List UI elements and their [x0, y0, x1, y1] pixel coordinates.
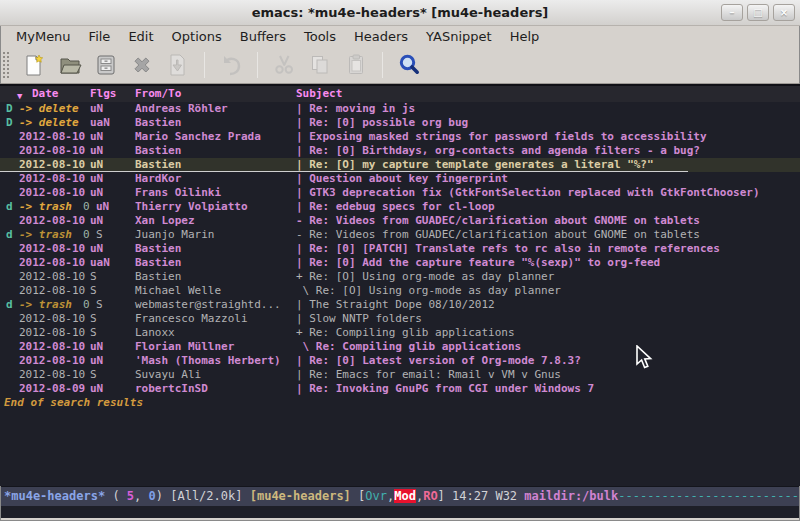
row-from: Bastien — [135, 256, 181, 270]
minimize-button[interactable]: – — [721, 4, 743, 21]
row-date: 2012-08-10 — [19, 340, 85, 354]
row-date: -> trash — [19, 228, 72, 242]
row-thread-count: 0 — [83, 298, 90, 312]
maximize-button[interactable]: □ — [747, 4, 769, 21]
menu-item-mymenu[interactable]: MyMenu — [8, 28, 79, 45]
message-row[interactable]: 2012-08-10uNXan Lopez- Re: Videos from G… — [0, 214, 800, 228]
message-row[interactable]: D-> deleteuaNBastien| Re: [0] possible o… — [0, 116, 800, 130]
row-subject: \ Re: [O] Using org-mode as day planner — [296, 284, 561, 298]
row-mark: D — [6, 116, 13, 130]
close-button[interactable]: × — [773, 4, 795, 21]
row-flags: uN — [90, 382, 103, 396]
modeline-segment: -------------------------- — [618, 489, 800, 503]
modeline-segment: , — [134, 489, 148, 503]
row-subject: | Question about key fingerprint — [296, 172, 508, 186]
message-row[interactable]: d-> trash0SJuanjo Marin- Re: Videos from… — [0, 228, 800, 242]
row-flags: uN — [90, 354, 103, 368]
mu4e-headers-buffer[interactable]: ▼ Date Flgs From/To Subject D-> deleteuN… — [0, 84, 800, 486]
menu-item-options[interactable]: Options — [164, 28, 230, 45]
row-flags: S — [96, 228, 103, 242]
message-row[interactable]: 2012-08-10SBastien+ Re: [O] Using org-mo… — [0, 270, 800, 284]
search-icon[interactable] — [396, 52, 422, 78]
row-from: Mario Sanchez Prada — [135, 130, 261, 144]
row-subject: | Exposing masked strings for password f… — [296, 130, 707, 144]
close-buffer-icon[interactable] — [129, 52, 155, 78]
menu-item-headers[interactable]: Headers — [346, 28, 416, 45]
row-date: 2012-08-10 — [19, 214, 85, 228]
message-row[interactable]: 2012-08-10uNFlorian Müllner \ Re: Compil… — [0, 340, 800, 354]
new-file-icon[interactable] — [21, 52, 47, 78]
title-bar[interactable]: emacs: *mu4e-headers* [mu4e-headers] –□× — [0, 0, 800, 26]
row-subject: - Re: Videos from GUADEC/clarification a… — [296, 228, 700, 242]
row-subject: | Re: [0] Birthdays, org-contacts and ag… — [296, 144, 700, 158]
row-date: 2012-08-10 — [19, 312, 85, 326]
message-row[interactable]: 2012-08-10uNMario Sanchez Prada| Exposin… — [0, 130, 800, 144]
column-subject[interactable]: Subject — [296, 87, 342, 101]
modeline-segment: RO — [423, 489, 437, 503]
column-flags[interactable]: Flgs — [90, 87, 117, 101]
menu-bar: MyMenuFileEditOptionsBuffersToolsHeaders… — [0, 26, 800, 46]
message-row[interactable]: 2012-08-10uNFrans Oilinki| GTK3 deprecat… — [0, 186, 800, 200]
message-row[interactable]: 2012-08-10SSuvayu Ali| Re: Emacs for ema… — [0, 368, 800, 382]
message-row[interactable]: 2012-08-10SLanoxx+ Re: Compiling glib ap… — [0, 326, 800, 340]
row-from: Bastien — [135, 242, 181, 256]
menu-item-edit[interactable]: Edit — [120, 28, 161, 45]
row-flags: uN — [90, 214, 103, 228]
row-from: Xan Lopez — [135, 214, 195, 228]
row-from: Francesco Mazzoli — [135, 312, 248, 326]
row-flags: uN — [90, 144, 103, 158]
message-row[interactable]: D-> deleteuNAndreas Röhler| Re: moving i… — [0, 102, 800, 116]
modeline-segment: ] — [438, 489, 452, 503]
row-flags: uaN — [90, 256, 110, 270]
row-flags: uN — [96, 200, 109, 214]
message-row[interactable]: 2012-08-10uNBastien| Re: [0] [PATCH] Tra… — [0, 242, 800, 256]
end-of-results-label: End of search results — [0, 396, 800, 410]
message-row[interactable]: 2012-08-10SFrancesco Mazzoli| Slow NNTP … — [0, 312, 800, 326]
message-row[interactable]: 2012-08-09uNrobertcInSD| Re: Invoking Gn… — [0, 382, 800, 396]
save-icon[interactable] — [93, 52, 119, 78]
modeline-segment: ) — [156, 489, 170, 503]
menu-item-file[interactable]: File — [81, 28, 119, 45]
echo-area[interactable] — [0, 506, 800, 518]
message-row[interactable]: 2012-08-10uNBastien| Re: [O] my capture … — [0, 158, 800, 172]
row-date: 2012-08-10 — [19, 144, 85, 158]
row-flags: uN — [90, 242, 103, 256]
message-row[interactable]: 2012-08-10uNHardKor| Question about key … — [0, 172, 800, 186]
row-date: -> trash — [19, 298, 72, 312]
window-controls: –□× — [721, 4, 795, 21]
message-row[interactable]: 2012-08-10uaNBastien| Re: [0] Add the ca… — [0, 256, 800, 270]
message-row[interactable]: d-> trash0Swebmaster@straightd...| The S… — [0, 298, 800, 312]
toolbar-separator — [257, 52, 258, 78]
column-date[interactable]: Date — [32, 87, 59, 101]
row-flags: S — [90, 326, 97, 340]
message-row[interactable]: 2012-08-10uN'Mash (Thomas Herbert)| Re: … — [0, 354, 800, 368]
modeline-segment: [All/2.0k] — [170, 489, 249, 503]
menu-item-tools[interactable]: Tools — [296, 28, 344, 45]
menu-item-help[interactable]: Help — [502, 28, 548, 45]
message-row[interactable]: 2012-08-10SMichael Welle \ Re: [O] Using… — [0, 284, 800, 298]
message-row[interactable]: d-> trash0uNThierry Volpiatto| Re: edebu… — [0, 200, 800, 214]
row-date: 2012-08-10 — [19, 284, 85, 298]
row-flags: uN — [90, 102, 103, 116]
modeline-segment: Mod — [394, 489, 416, 503]
modeline-segment: 5 — [127, 489, 134, 503]
row-flags: uN — [90, 172, 103, 186]
toolbar-separator — [204, 52, 205, 78]
menu-item-yasnippet[interactable]: YASnippet — [418, 28, 500, 45]
tool-bar — [0, 46, 800, 84]
modeline-segment: 14:27 W32 — [452, 489, 524, 503]
mode-line: *mu4e-headers* ( 5, 0) [All/2.0k] [mu4e-… — [0, 486, 800, 506]
row-subject: | Re: edebug specs for cl-loop — [296, 200, 495, 214]
row-from: HardKor — [135, 172, 181, 186]
column-from[interactable]: From/To — [135, 87, 181, 101]
message-row[interactable]: 2012-08-10uNBastien| Re: [0] Birthdays, … — [0, 144, 800, 158]
row-date: 2012-08-10 — [19, 270, 85, 284]
sort-arrow-icon[interactable]: ▼ — [17, 89, 22, 103]
message-list: D-> deleteuNAndreas Röhler| Re: moving i… — [0, 102, 800, 396]
undo-icon — [218, 52, 244, 78]
row-subject: | Slow NNTP folders — [296, 312, 422, 326]
row-subject: | Re: [0] [PATCH] Translate refs to rc a… — [296, 242, 720, 256]
toolbar-grip-handle[interactable] — [2, 51, 10, 79]
open-folder-icon[interactable] — [57, 52, 83, 78]
menu-item-buffers[interactable]: Buffers — [232, 28, 294, 45]
